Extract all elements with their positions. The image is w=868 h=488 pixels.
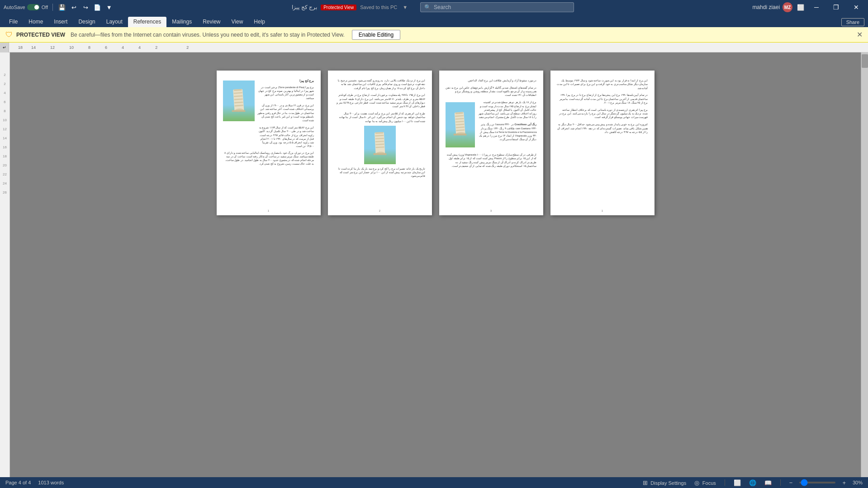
vr-22: 22: [3, 170, 7, 179]
page-1[interactable]: برج کج پیزا برج پیزا (Torre pendente di …: [217, 71, 321, 215]
search-bar[interactable]: 🔍: [420, 2, 574, 12]
document-area[interactable]: برج کج پیزا برج پیزا (Torre pendente di …: [10, 52, 861, 477]
page1-content: برج کج پیزا برج پیزا (Torre pendente di …: [223, 79, 314, 148]
status-bar: Page 4 of 4 1013 words ⊞ Display Setting…: [0, 477, 868, 488]
web-layout-button[interactable]: 🌐: [748, 479, 758, 486]
page2-tower-image: [364, 126, 396, 164]
page4-number: 1: [602, 209, 603, 213]
ruler-num-8: 8: [88, 45, 90, 50]
right-sidebar-scrollbar[interactable]: [861, 52, 868, 477]
shield-icon: 🛡: [5, 31, 13, 39]
close-protected-bar-button[interactable]: ✕: [857, 30, 863, 39]
page4-text4: امروزه این برج به خوبی پایدار شده و پیش‌…: [557, 123, 648, 134]
tab-home[interactable]: Home: [23, 17, 48, 27]
ruler-num-10: 10: [69, 45, 74, 50]
status-bar-right: ⊞ Display Settings ◎ Focus ⬜ 🌐 📖 − + 30%: [641, 479, 863, 486]
page1-text1: برج پیزا (Torre pendente di Pisa) برجی ا…: [257, 85, 314, 100]
page3-text5: از طرفی در آن سطح مبارک سطوح برج در پیزا…: [446, 153, 537, 168]
vertical-ruler-labels: 2 2 4 6 8 10 12 14 16 18 20 22 24: [3, 52, 7, 197]
vr-6: 6: [4, 98, 5, 107]
page3-number: 3: [490, 209, 492, 213]
search-input[interactable]: [434, 4, 560, 10]
user-name: mahdi ziaei: [752, 4, 780, 10]
page2-text4: تاریخ یک بار خانه تعمیرات برج را کج کرد …: [334, 167, 426, 178]
tab-file[interactable]: File: [4, 17, 23, 27]
page1-text2: این برج در قرن ۱۲ میلادی و در ۱۹۰۰ از وز…: [257, 104, 314, 122]
tab-layout[interactable]: Layout: [101, 17, 128, 27]
user-avatar[interactable]: MZ: [783, 2, 792, 12]
page3-columns: برج از ۱۸ یک بار هر دو هر سطح شدنی‌تر کش…: [446, 100, 537, 149]
tab-review[interactable]: Review: [197, 17, 226, 27]
autosave-toggle[interactable]: [27, 4, 40, 10]
zoom-in-button[interactable]: +: [841, 479, 847, 486]
autosave-label: AutoSave: [4, 5, 25, 10]
title-center: برج کج پیزا Protected View Saved to this…: [114, 2, 752, 12]
save-status-text: ▼: [403, 5, 408, 10]
focus-label: Focus: [702, 480, 716, 486]
tab-help[interactable]: Help: [248, 17, 270, 27]
redo-button[interactable]: ↪: [81, 3, 90, 12]
tab-mailings[interactable]: Mailings: [166, 17, 197, 27]
ruler-num-18: 18: [18, 45, 23, 50]
ribbon-toggle-button[interactable]: ⬜: [796, 3, 805, 12]
ruler-handle: ↵: [0, 43, 9, 52]
protected-view-title: PROTECTED VIEW: [16, 32, 65, 38]
focus-button[interactable]: ◎ Focus: [693, 479, 717, 486]
close-button[interactable]: ✕: [848, 0, 864, 14]
page-info: Page 4 of 4: [5, 480, 31, 485]
read-mode-button[interactable]: 📖: [763, 479, 773, 486]
doc-title: برج کج پیزا: [292, 4, 317, 10]
tab-references[interactable]: References: [128, 17, 166, 27]
minimize-button[interactable]: ─: [809, 0, 824, 14]
vertical-ruler: 2 2 4 6 8 10 12 14 16 18 20 22 24: [0, 52, 10, 477]
zoom-out-button[interactable]: −: [788, 479, 794, 486]
vr-4: 4: [4, 89, 5, 98]
save-button[interactable]: 💾: [57, 3, 66, 12]
page1-title: برج کج پیزا: [257, 79, 314, 84]
page3-text-col: برج از ۱۸ یک بار هر دو هر سطح شدنی‌تر کش…: [478, 100, 537, 149]
more-commands-button[interactable]: ▼: [104, 3, 114, 12]
ruler-content: 18 14 12 10 8 6 4 4 2 2: [9, 43, 868, 52]
page1-number: 1: [268, 209, 269, 213]
autosave-area[interactable]: AutoSave Off: [4, 4, 48, 10]
vr-2b: 2: [4, 80, 5, 89]
page1-text3: این برج ۵۵.۸۶ متر است که از سال ۱۱۷۳ شرو…: [257, 126, 314, 148]
restore-button[interactable]: ❐: [828, 0, 844, 14]
tab-insert[interactable]: Insert: [48, 17, 73, 27]
page-4[interactable]: این برج از ابتدا نه قرار بود به این صورت…: [550, 71, 655, 215]
page3-text1: در مورد سقوط آزاد و آزمایش طلاقت این برج…: [446, 79, 537, 82]
vr-14: 14: [3, 134, 7, 143]
view-mode-badge: Protected View: [321, 5, 356, 10]
vr-8: 8: [4, 107, 5, 116]
ruler-num-2b: 2: [155, 45, 157, 50]
main-area: 2 2 4 6 8 10 12 14 16 18 20 22 24: [0, 52, 868, 477]
focus-icon: ◎: [694, 479, 699, 486]
tab-view[interactable]: View: [226, 17, 249, 27]
page1-tower-image: [223, 81, 255, 121]
vr-20: 20: [3, 161, 7, 170]
enable-editing-button[interactable]: Enable Editing: [352, 30, 400, 40]
print-layout-button[interactable]: ⬜: [732, 479, 742, 486]
vr-26: 26: [3, 188, 7, 197]
word-count: 1013 words: [38, 480, 64, 485]
vr-16: 16: [3, 143, 7, 152]
autosave-knob: [34, 5, 39, 9]
svg-rect-8: [232, 110, 246, 112]
undo-button[interactable]: ↩: [69, 3, 78, 12]
pages-container: برج کج پیزا برج پیزا (Torre pendente di …: [208, 62, 664, 224]
autosave-state: Off: [42, 5, 48, 10]
vr-12: 12: [3, 125, 7, 134]
vr-18: 18: [3, 152, 7, 161]
display-settings-button[interactable]: ⊞ Display Settings: [641, 479, 688, 486]
ruler-num-6: 6: [105, 45, 107, 50]
ruler-num-12: 12: [50, 45, 55, 50]
new-doc-button[interactable]: 📄: [93, 3, 102, 12]
zoom-slider[interactable]: [799, 482, 835, 483]
share-button[interactable]: Share: [841, 18, 864, 26]
scroll-thumb[interactable]: [862, 54, 868, 68]
title-bar-right: mahdi ziaei MZ ⬜ ─ ❐ ✕: [752, 0, 864, 14]
tower-svg-3: [453, 108, 467, 142]
tab-design[interactable]: Design: [73, 17, 100, 27]
page-3[interactable]: در مورد سقوط آزاد و آزمایش طلاقت این برج…: [439, 71, 543, 215]
page-2[interactable]: این برج از نزدیک طلاقت بالایی دارد. به ر…: [328, 71, 432, 215]
